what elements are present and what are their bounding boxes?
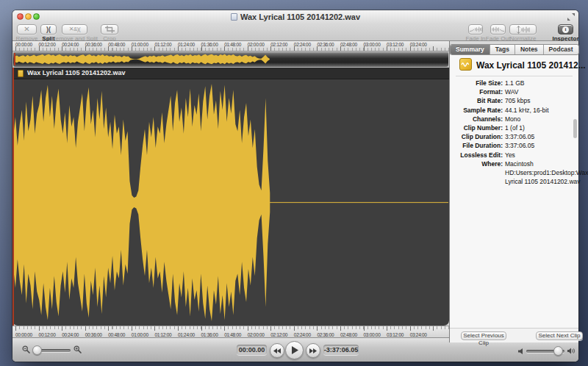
clip-header[interactable]: Wax Lyrical 1105 20141202.wav xyxy=(12,68,449,79)
crop-button[interactable]: Crop xyxy=(101,24,118,35)
tabs-bar: SummaryTagsNotesPodcast xyxy=(450,41,578,54)
ruler-label: 00:36:00 xyxy=(85,332,102,337)
minimize-button[interactable] xyxy=(25,13,32,20)
window-chrome: Wax Lyrical 1105 20141202.wav ✕ Remove )… xyxy=(12,10,578,41)
rewind-icon xyxy=(273,348,281,354)
detail-value: 1.1 GB xyxy=(505,79,524,87)
main-waveform[interactable] xyxy=(13,81,448,324)
normalize-icon xyxy=(517,26,530,34)
tab-summary[interactable]: Summary xyxy=(451,45,490,54)
detail-row: Channels:Mono xyxy=(454,115,573,123)
overview-playhead[interactable] xyxy=(14,53,15,65)
volume-min-icon xyxy=(518,348,523,354)
detail-row: Clip Duration:3:37:06.05 xyxy=(454,132,573,141)
inspector-button[interactable]: i Inspector xyxy=(558,24,573,35)
detail-value: Yes xyxy=(505,151,515,159)
volume-slider-knob[interactable] xyxy=(553,346,563,356)
tab-notes[interactable]: Notes xyxy=(515,45,544,54)
ruler-label: 01:24:00 xyxy=(178,332,195,337)
inspector-info-icon: i xyxy=(562,26,569,33)
ruler-label: 03:24:00 xyxy=(410,42,427,47)
volume-max-icon xyxy=(567,348,576,354)
detail-value: Macintosh HD:Users:prod1:Desktop:Wax Lyr… xyxy=(505,159,588,187)
detail-value: WAV xyxy=(505,87,518,96)
ruler-label: 00:24:00 xyxy=(62,332,79,337)
detail-value: 3:37:06.05 xyxy=(505,141,534,150)
detail-row: Sample Rate:44.1 kHz, 16-bit xyxy=(454,106,573,115)
detail-label: Clip Number: xyxy=(454,123,503,132)
ruler-label: 01:36:00 xyxy=(201,42,218,47)
ruler-label: 01:12:00 xyxy=(154,42,171,47)
remove-and-split-icon: ✕&)( xyxy=(69,26,80,32)
ruler-label: 00:00:00 xyxy=(15,332,32,337)
ruler-label: 01:24:00 xyxy=(178,42,195,47)
fast-forward-button[interactable] xyxy=(306,343,320,358)
file-details: File Size:1.1 GBFormat:WAVBit Rate:705 k… xyxy=(454,79,573,186)
fast-forward-icon xyxy=(309,348,317,354)
document-icon xyxy=(231,13,237,21)
fade-in-icon xyxy=(470,26,482,33)
fullscreen-icon[interactable] xyxy=(567,13,575,21)
detail-value: Mono xyxy=(505,115,520,123)
detail-label: Where: xyxy=(454,159,503,187)
overview-strip[interactable] xyxy=(12,51,449,68)
ruler-label: 00:48:00 xyxy=(108,42,125,47)
fade-out-button[interactable]: Fade Out xyxy=(490,24,506,35)
detail-label: Bit Rate: xyxy=(454,96,503,105)
detail-row: Bit Rate:705 kbps xyxy=(454,96,573,105)
timeline-ruler-bottom: 00:00:0000:12:0000:24:0000:36:0000:48:00… xyxy=(12,326,449,337)
play-icon xyxy=(292,346,298,354)
ruler-label: 00:48:00 xyxy=(108,332,125,337)
ruler-label: 01:48:00 xyxy=(224,42,241,47)
ruler-label: 01:12:00 xyxy=(154,332,171,337)
ruler-label: 03:12:00 xyxy=(387,332,404,337)
detail-value: 3:37:06.05 xyxy=(505,132,534,141)
fade-in-button[interactable]: Fade In xyxy=(468,24,483,35)
rewind-button[interactable] xyxy=(270,343,284,358)
app-window: Wax Lyrical 1105 20141202.wav ✕ Remove )… xyxy=(12,10,578,362)
ruler-label: 03:12:00 xyxy=(387,42,404,47)
clip-waveform-area[interactable] xyxy=(12,79,449,326)
normalize-button[interactable]: Normalize xyxy=(509,24,537,35)
ruler-label: 03:24:00 xyxy=(410,332,427,337)
ruler-label: 01:48:00 xyxy=(224,332,241,337)
detail-row: File Duration:3:37:06.05 xyxy=(454,141,573,150)
ruler-label: 00:12:00 xyxy=(39,332,56,337)
timeline-ruler-top: 00:00:0000:12:0000:24:0000:36:0000:48:00… xyxy=(12,41,449,51)
select-previous-clip-button[interactable]: Select Previous Clip xyxy=(461,331,506,340)
ruler-label: 02:12:00 xyxy=(270,332,287,337)
remaining-time-display: -3:37:06.05 xyxy=(323,345,359,355)
split-button[interactable]: )( Split xyxy=(40,24,57,35)
remove-and-split-button[interactable]: ✕&)( Remove and Split xyxy=(62,24,87,35)
playhead[interactable] xyxy=(12,68,14,326)
close-button[interactable] xyxy=(17,13,24,20)
ruler-label: 02:00:00 xyxy=(248,332,265,337)
ruler-label: 02:36:00 xyxy=(317,42,334,47)
detail-value: 44.1 kHz, 16-bit xyxy=(505,106,549,115)
detail-label: Sample Rate: xyxy=(454,106,503,115)
zoom-button[interactable] xyxy=(33,13,40,20)
ruler-label: 02:24:00 xyxy=(294,42,311,47)
ruler-label: 00:36:00 xyxy=(85,42,102,47)
detail-row: Lossless Edit:Yes xyxy=(454,151,573,159)
tab-podcast[interactable]: Podcast xyxy=(544,45,578,54)
ruler-label: 02:48:00 xyxy=(340,332,357,337)
zoom-in-icon xyxy=(74,345,82,354)
detail-label: Channels: xyxy=(454,115,503,123)
play-button[interactable] xyxy=(285,341,304,359)
ruler-label: 01:00:00 xyxy=(132,332,148,337)
desktop-background: Wax Lyrical 1105 20141202.wav ✕ Remove )… xyxy=(0,0,588,366)
zoom-slider-knob[interactable] xyxy=(32,345,42,355)
ruler-label: 02:12:00 xyxy=(270,42,287,47)
fade-out-icon xyxy=(492,26,504,33)
detail-label: Clip Duration: xyxy=(454,132,503,141)
overview-waveform[interactable] xyxy=(15,53,447,65)
ruler-major-ticks xyxy=(12,326,449,331)
tab-tags[interactable]: Tags xyxy=(490,45,515,54)
select-next-clip-button[interactable]: Select Next Clip xyxy=(536,331,583,340)
detail-label: File Duration: xyxy=(454,141,503,150)
remove-button[interactable]: ✕ Remove xyxy=(17,24,37,35)
overview-background xyxy=(13,51,448,67)
detail-row: File Size:1.1 GB xyxy=(454,79,573,87)
panel-scrollbar-thumb[interactable] xyxy=(573,119,577,138)
